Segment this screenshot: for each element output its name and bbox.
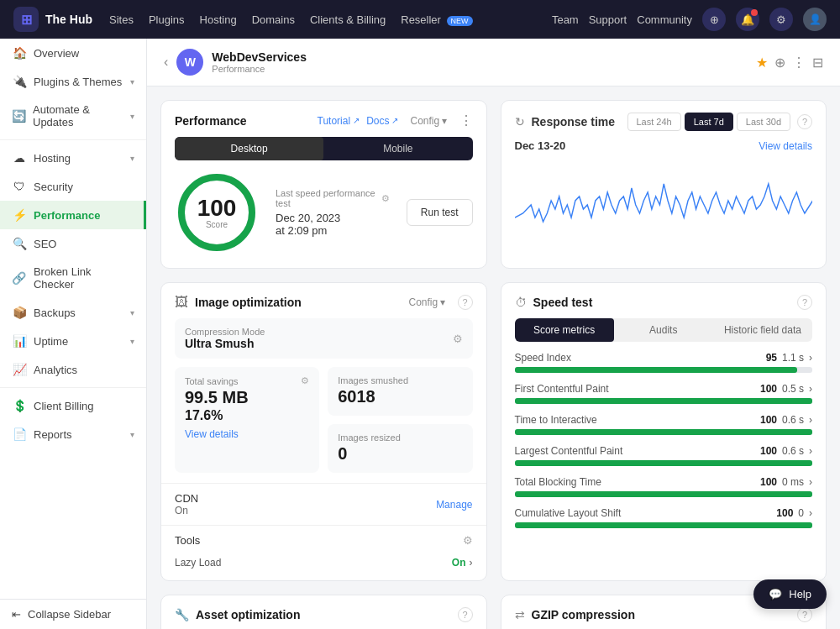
sidebar-item-uptime[interactable]: 📊 Uptime ▾ (0, 327, 146, 355)
metric-fcp: First Contentful Paint 100 0.5 s › (515, 383, 813, 404)
tab-audits[interactable]: Audits (614, 318, 713, 342)
speed-test-help-icon[interactable]: ? (797, 295, 812, 310)
response-time-help-icon[interactable]: ? (797, 114, 812, 129)
nav-support[interactable]: Support (589, 13, 627, 26)
response-time-period: Dec 13-20 View details (515, 139, 813, 152)
refresh-icon: ↻ (515, 115, 525, 128)
nav-reseller[interactable]: Reseller NEW (401, 13, 472, 26)
tbt-right[interactable]: 100 0 ms › (760, 476, 812, 488)
speed-index-right[interactable]: 95 1.1 s › (766, 352, 812, 364)
rt-tab-30d[interactable]: Last 30d (737, 113, 790, 131)
cls-right[interactable]: 100 0 › (776, 507, 812, 519)
asset-opt-help-icon[interactable]: ? (458, 607, 473, 622)
asset-opt-title: Asset optimization (196, 608, 451, 621)
sidebar-label-uptime: Uptime (34, 335, 68, 348)
tab-mobile[interactable]: Mobile (323, 137, 472, 160)
tbt-time: 0 ms (782, 476, 804, 488)
performance-more-icon[interactable]: ⋮ (459, 113, 473, 128)
rt-tab-7d[interactable]: Last 7d (685, 113, 733, 131)
lcp-value: 100 (760, 445, 777, 457)
nav-links: Sites Plugins Hosting Domains Clients & … (109, 13, 535, 26)
reports-icon: 📄 (12, 427, 27, 441)
tab-historic[interactable]: Historic field data (713, 318, 812, 342)
response-time-body: Dec 13-20 View details (501, 139, 827, 256)
sidebar-item-billing[interactable]: 💲 Client Billing (0, 391, 146, 420)
sidebar-divider (0, 139, 146, 140)
total-savings-pct: 17.6% (185, 408, 309, 423)
sidebar-item-automate[interactable]: 🔄 Automate & Updates ▾ (0, 96, 146, 136)
nav-hosting[interactable]: Hosting (200, 13, 237, 26)
tti-right[interactable]: 100 0.6 s › (760, 414, 812, 426)
view-details-link[interactable]: View details (759, 140, 812, 152)
nav-clients-billing[interactable]: Clients & Billing (310, 13, 386, 26)
speed-test-tabs: Score metrics Audits Historic field data (515, 318, 813, 342)
cdn-section: CDN On Manage (161, 483, 486, 525)
lcp-right[interactable]: 100 0.6 s › (760, 445, 812, 457)
nav-plugins[interactable]: Plugins (149, 13, 185, 26)
nav-domains[interactable]: Domains (252, 13, 295, 26)
speedometer-icon: ⏱ (515, 296, 527, 309)
sidebar-item-overview[interactable]: 🏠 Overview (0, 39, 146, 67)
home-icon: 🏠 (12, 46, 27, 60)
hosting-icon: ☁ (12, 151, 27, 165)
chat-icon: 💬 (769, 588, 782, 600)
back-button[interactable]: ‹ (164, 55, 168, 70)
run-test-button[interactable]: Run test (407, 199, 473, 226)
tab-desktop[interactable]: Desktop (175, 137, 323, 160)
tutorial-link[interactable]: Tutorial ↗ (318, 115, 360, 127)
img-config-button[interactable]: Config ▾ (403, 295, 450, 310)
score-number: 100 (197, 197, 237, 220)
collapse-sidebar-button[interactable]: ⇤ Collapse Sidebar (0, 600, 146, 629)
sidebar-item-broken-link[interactable]: 🔗 Broken Link Checker (0, 258, 146, 298)
config-button[interactable]: Config ▾ (405, 113, 452, 128)
lazy-load-value[interactable]: On › (452, 557, 473, 569)
app-logo[interactable]: ⊞ The Hub (13, 7, 92, 32)
sidebar-item-hosting[interactable]: ☁ Hosting ▾ (0, 144, 146, 172)
savings-settings-icon[interactable]: ⚙ (301, 375, 309, 386)
image-opt-help-icon[interactable]: ? (458, 295, 473, 310)
tbt-value: 100 (760, 476, 777, 488)
images-resized-stat: Images resized 0 (328, 424, 472, 473)
docs-link[interactable]: Docs ↗ (366, 115, 398, 127)
nav-team[interactable]: Team (552, 13, 579, 26)
notifications-icon[interactable]: 🔔 (736, 8, 759, 31)
settings-icon[interactable]: ⚙ (769, 8, 793, 31)
tools-settings-icon[interactable]: ⚙ (463, 534, 473, 547)
sidebar-item-backups[interactable]: 📦 Backups ▾ (0, 298, 146, 327)
sidebar-item-security[interactable]: 🛡 Security (0, 172, 146, 201)
sidebar-item-seo[interactable]: 🔍 SEO (0, 229, 146, 258)
add-sites-icon[interactable]: ⊕ (702, 8, 726, 31)
wordpress-icon[interactable]: ⊕ (774, 55, 785, 71)
layout-icon[interactable]: ⊟ (812, 55, 823, 71)
chevron-right-icon: › (809, 476, 812, 488)
period-label: Dec 13-20 (515, 139, 566, 152)
uptime-icon: 📊 (12, 334, 27, 348)
cdn-status: On (175, 505, 198, 516)
gzip-help-icon[interactable]: ? (797, 607, 812, 622)
sidebar-item-plugins[interactable]: 🔌 Plugins & Themes ▾ (0, 67, 146, 96)
tab-score-metrics[interactable]: Score metrics (515, 318, 614, 342)
view-details-link[interactable]: View details (185, 428, 239, 440)
test-settings-icon[interactable]: ⚙ (381, 193, 390, 204)
sidebar-item-reports[interactable]: 📄 Reports ▾ (0, 420, 146, 448)
nav-community[interactable]: Community (637, 13, 692, 26)
sidebar-item-analytics[interactable]: 📈 Analytics (0, 355, 146, 384)
images-smushed-stat: Images smushed 6018 (328, 367, 472, 416)
nav-sites[interactable]: Sites (109, 13, 134, 26)
fcp-right[interactable]: 100 0.5 s › (760, 383, 812, 395)
speed-test-card: ⏱ Speed test ? Score metrics Audits Hist… (501, 282, 827, 581)
metric-speed-index: Speed Index 95 1.1 s › (515, 352, 813, 373)
user-avatar[interactable]: 👤 (803, 8, 827, 31)
sidebar-item-performance[interactable]: ⚡ Performance (0, 201, 146, 229)
avatar-letter: W (185, 55, 196, 69)
score-text: Score (197, 220, 237, 229)
compression-settings-icon[interactable]: ⚙ (453, 333, 463, 345)
last-test-label: Last speed performance test ⚙ (276, 188, 390, 208)
sidebar-label-security: Security (34, 181, 73, 193)
rt-tab-24h[interactable]: Last 24h (627, 113, 681, 131)
cdn-manage-link[interactable]: Manage (436, 499, 472, 511)
star-icon[interactable]: ★ (756, 55, 768, 71)
lcp-label: Largest Contentful Paint (515, 445, 623, 457)
more-options-icon[interactable]: ⋮ (792, 55, 806, 71)
help-button[interactable]: 💬 Help (753, 579, 827, 609)
